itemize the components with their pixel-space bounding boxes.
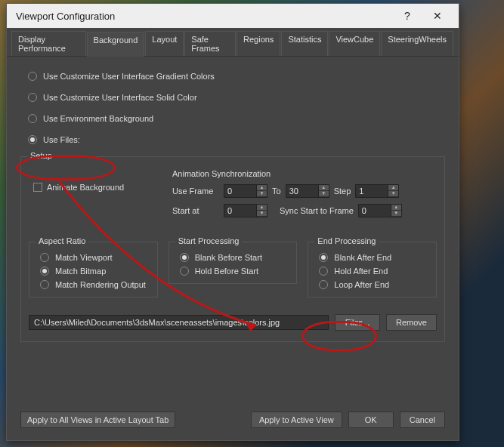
radio-icon: [28, 135, 37, 144]
tab-layout[interactable]: Layout: [145, 31, 184, 56]
radio-icon: [319, 267, 328, 276]
cancel-button[interactable]: Cancel: [400, 412, 445, 428]
start-processing-legend: Start Processing: [175, 236, 243, 245]
dialog-title: Viewport Configuration: [16, 11, 115, 22]
tab-safe-frames[interactable]: Safe Frames: [184, 31, 236, 56]
radio-blank-after-end[interactable]: Blank After End: [319, 253, 428, 262]
spinner-down-icon[interactable]: ▼: [388, 191, 398, 197]
tab-regions[interactable]: Regions: [237, 31, 280, 56]
radio-icon: [40, 267, 49, 276]
spinner-down-icon[interactable]: ▼: [319, 191, 329, 197]
tab-background[interactable]: Background: [87, 32, 145, 57]
start-at-label: Start at: [172, 206, 219, 215]
radio-icon: [180, 267, 189, 276]
tab-statistics[interactable]: Statistics: [281, 31, 328, 56]
radio-label: Use Files:: [43, 135, 80, 144]
radio-icon: [28, 72, 37, 81]
start-at-spinner[interactable]: ▲▼: [224, 204, 267, 217]
radio-hold-after-end[interactable]: Hold After End: [319, 267, 428, 276]
radio-match-viewport[interactable]: Match Viewport: [40, 253, 150, 262]
step-label: Step: [334, 187, 351, 196]
tab-viewcube[interactable]: ViewCube: [329, 31, 380, 56]
radio-label: Hold After End: [334, 267, 388, 276]
radio-icon: [319, 253, 328, 262]
end-processing-fieldset: End Processing Blank After End Hold Afte…: [308, 242, 437, 297]
radio-icon: [180, 253, 189, 262]
radio-label: Use Customize User Interface Solid Color: [43, 93, 197, 102]
spinner-up-icon[interactable]: ▲: [257, 185, 267, 191]
aspect-ratio-fieldset: Aspect Ratio Match Viewport Match Bitmap…: [29, 242, 158, 297]
radio-label: Hold Before Start: [195, 267, 258, 276]
radio-environment-bg[interactable]: Use Environment Background: [28, 114, 445, 123]
radio-label: Loop After End: [334, 280, 389, 289]
checkbox-label: Animate Background: [47, 183, 124, 192]
start-at-input[interactable]: [224, 205, 256, 217]
ok-button[interactable]: OK: [348, 412, 394, 428]
radio-gradient-colors[interactable]: Use Customize User Interface Gradient Co…: [28, 72, 445, 81]
files-button[interactable]: Files...: [335, 314, 380, 331]
use-frame-input[interactable]: [224, 185, 256, 197]
animation-sync-title: Animation Synchronization: [172, 169, 437, 178]
to-input[interactable]: [286, 185, 318, 197]
bottom-button-bar: Apply to All Views in Active Layout Tab …: [20, 412, 445, 428]
close-button[interactable]: ✕: [422, 5, 453, 26]
sync-start-spinner[interactable]: ▲▼: [358, 204, 402, 217]
to-label: To: [272, 187, 281, 196]
setup-fieldset: Setup Animation Synchronization Use Fram…: [20, 156, 445, 342]
tab-display-performance[interactable]: Display Performance: [11, 31, 86, 56]
radio-solid-color[interactable]: Use Customize User Interface Solid Color: [28, 93, 445, 102]
radio-label: Match Bitmap: [55, 267, 106, 276]
radio-label: Use Environment Background: [43, 114, 153, 123]
spinner-down-icon[interactable]: ▼: [257, 191, 267, 197]
radio-match-bitmap[interactable]: Match Bitmap: [40, 267, 150, 276]
spinner-down-icon[interactable]: ▼: [257, 211, 267, 217]
radio-loop-after-end[interactable]: Loop After End: [319, 280, 428, 289]
apply-active-button[interactable]: Apply to Active View: [251, 412, 342, 428]
spinner-down-icon[interactable]: ▼: [391, 211, 401, 217]
radio-icon: [28, 93, 37, 102]
radio-label: Use Customize User Interface Gradient Co…: [43, 72, 215, 81]
sync-start-label: Sync Start to Frame: [280, 206, 354, 215]
start-processing-fieldset: Start Processing Blank Before Start Hold…: [169, 242, 298, 284]
radio-match-rendering[interactable]: Match Rendering Output: [40, 280, 150, 289]
end-processing-legend: End Processing: [314, 236, 379, 245]
spinner-up-icon[interactable]: ▲: [319, 185, 329, 191]
titlebar: Viewport Configuration ? ✕: [7, 4, 459, 28]
radio-icon: [28, 114, 37, 123]
radio-blank-before-start[interactable]: Blank Before Start: [180, 253, 289, 262]
radio-icon: [319, 280, 328, 289]
to-spinner[interactable]: ▲▼: [286, 184, 329, 198]
spinner-up-icon[interactable]: ▲: [257, 205, 267, 211]
apply-all-button[interactable]: Apply to All Views in Active Layout Tab: [20, 412, 175, 428]
sync-start-input[interactable]: [359, 205, 391, 217]
spinner-up-icon[interactable]: ▲: [391, 205, 401, 211]
step-spinner[interactable]: ▲▼: [355, 184, 399, 198]
checkbox-icon: [33, 183, 42, 192]
radio-label: Match Rendering Output: [55, 280, 146, 289]
help-button[interactable]: ?: [392, 5, 422, 26]
radio-use-files[interactable]: Use Files:: [28, 135, 445, 144]
spinner-up-icon[interactable]: ▲: [388, 185, 398, 191]
tab-strip: Display Performance Background Layout Sa…: [7, 28, 459, 57]
tab-content: Use Customize User Interface Gradient Co…: [7, 57, 459, 350]
remove-button[interactable]: Remove: [386, 314, 437, 331]
viewport-config-dialog: Viewport Configuration ? ✕ Display Perfo…: [6, 3, 459, 441]
radio-label: Blank Before Start: [195, 253, 262, 262]
radio-label: Match Viewport: [55, 253, 113, 262]
use-frame-label: Use Frame: [172, 187, 219, 196]
tab-steeringwheels[interactable]: SteeringWheels: [381, 31, 453, 56]
radio-icon: [40, 253, 49, 262]
step-input[interactable]: [356, 185, 388, 197]
setup-legend: Setup: [27, 151, 55, 160]
radio-hold-before-start[interactable]: Hold Before Start: [180, 267, 289, 276]
radio-label: Blank After End: [334, 253, 391, 262]
radio-icon: [40, 280, 49, 289]
use-frame-spinner[interactable]: ▲▼: [224, 184, 267, 198]
file-path-input[interactable]: [29, 315, 329, 330]
aspect-ratio-legend: Aspect Ratio: [36, 236, 88, 245]
animation-sync-section: Animation Synchronization Use Frame ▲▼ T…: [172, 169, 437, 217]
